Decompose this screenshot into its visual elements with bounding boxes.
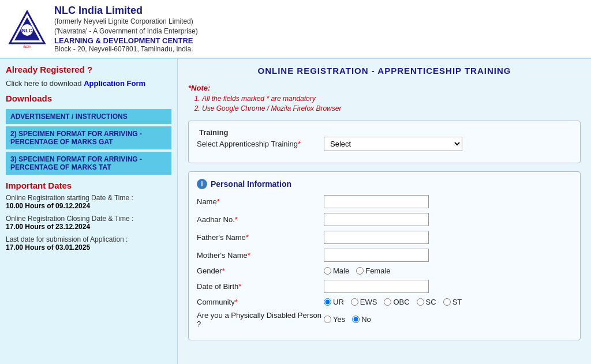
org-address: Block - 20, Neyveli-607801, Tamilnadu, I… xyxy=(54,45,198,53)
gender-male-radio[interactable] xyxy=(324,267,331,275)
date-close-value: 17.00 Hours of 23.12.2024 xyxy=(6,223,90,231)
disabled-radio-group: Yes No xyxy=(324,315,371,324)
disabled-row: Are you a Physically Disabled Person ? Y… xyxy=(197,311,572,328)
gender-male-option[interactable]: Male xyxy=(324,267,349,275)
already-registered-link[interactable]: Already Registered ? xyxy=(6,65,171,74)
mother-name-label: Mother's Name* xyxy=(197,251,324,260)
note-label: *Note: xyxy=(188,84,581,92)
community-sc-option[interactable]: SC xyxy=(417,298,436,306)
personal-info-section: i Personal Information Name* Aadhar No.*… xyxy=(188,171,581,340)
content-area: ONLINE REGISTRATION - APPRENTICESHIP TRA… xyxy=(178,59,591,364)
date-item-start: Online Registration starting Date & Time… xyxy=(6,194,171,210)
father-name-label: Father's Name* xyxy=(197,233,324,242)
gender-row: Gender* Male Female xyxy=(197,267,572,275)
aadhar-input[interactable] xyxy=(324,213,429,226)
community-ews-option[interactable]: EWS xyxy=(351,298,377,306)
aadhar-row: Aadhar No.* xyxy=(197,213,572,226)
name-label: Name* xyxy=(197,197,324,206)
dob-row: Date of Birth* xyxy=(197,280,572,293)
community-sc-label: SC xyxy=(426,298,436,306)
svg-text:NLC: NLC xyxy=(22,28,33,33)
notes-list: All the fields marked * are mandatory Us… xyxy=(202,95,581,112)
header: NLC INDIA NLC India Limited (formerly Ne… xyxy=(0,0,591,59)
org-name: NLC India Limited xyxy=(54,5,198,17)
download-text: Click here to download xyxy=(6,79,82,88)
community-ur-option[interactable]: UR xyxy=(324,298,344,306)
sidebar-item-tat[interactable]: 3) SPECIMEN FORMAT FOR ARRIVING - PERCEN… xyxy=(6,152,171,175)
date-close-desc: Online Registration Closing Date & Time … xyxy=(6,215,133,223)
disabled-no-label: No xyxy=(361,315,371,324)
gender-female-radio[interactable] xyxy=(356,267,364,275)
disabled-yes-radio[interactable] xyxy=(324,316,331,323)
application-form-link[interactable]: Application Form xyxy=(84,79,145,88)
community-st-radio[interactable] xyxy=(443,298,451,306)
note-item-1: All the fields marked * are mandatory xyxy=(202,95,581,103)
disabled-no-option[interactable]: No xyxy=(352,315,371,324)
training-legend: Training xyxy=(197,128,572,137)
disabled-no-radio[interactable] xyxy=(352,316,360,323)
personal-info-header: i Personal Information xyxy=(197,179,572,189)
org-ldc: LEARNING & DEVELOPMENT CENTRE xyxy=(54,36,198,45)
community-st-label: ST xyxy=(452,298,462,306)
downloads-heading[interactable]: Downloads xyxy=(6,93,171,103)
note-item-2: Use Google Chrome / Mozila Firefox Brows… xyxy=(202,104,581,112)
personal-info-title: Personal Information xyxy=(211,179,291,189)
date-last-desc: Last date for submission of Application … xyxy=(6,235,128,243)
mother-name-row: Mother's Name* xyxy=(197,249,572,262)
date-start-value: 10.00 Hours of 09.12.2024 xyxy=(6,202,90,210)
sidebar-item-gat[interactable]: 2) SPECIMEN FORMAT FOR ARRIVING - PERCEN… xyxy=(6,126,171,149)
community-row: Community* UR EWS OBC xyxy=(197,298,572,306)
date-item-close: Online Registration Closing Date & Time … xyxy=(6,215,171,231)
gender-female-option[interactable]: Female xyxy=(356,267,390,275)
community-ews-radio[interactable] xyxy=(351,298,358,306)
community-label: Community* xyxy=(197,298,324,306)
dob-label: Date of Birth* xyxy=(197,282,324,291)
important-dates-heading: Important Dates xyxy=(6,181,171,190)
name-row: Name* xyxy=(197,195,572,208)
disabled-yes-label: Yes xyxy=(333,315,345,324)
training-select[interactable]: Select xyxy=(324,137,462,151)
svg-text:INDIA: INDIA xyxy=(23,45,31,48)
community-sc-radio[interactable] xyxy=(417,298,424,306)
father-name-row: Father's Name* xyxy=(197,231,572,244)
disabled-yes-option[interactable]: Yes xyxy=(324,315,345,324)
disabled-label: Are you a Physically Disabled Person ? xyxy=(197,311,324,328)
community-radio-group: UR EWS OBC SC xyxy=(324,298,462,306)
sidebar: Already Registered ? Click here to downl… xyxy=(0,59,178,364)
date-item-last: Last date for submission of Application … xyxy=(6,235,171,252)
father-name-input[interactable] xyxy=(324,231,429,244)
training-section: Training Select Apprenticeship Training*… xyxy=(188,121,581,163)
gender-female-label: Female xyxy=(365,267,390,275)
training-row: Select Apprenticeship Training* Select xyxy=(197,137,572,151)
community-obc-label: OBC xyxy=(393,298,409,306)
date-start-desc: Online Registration starting Date & Time… xyxy=(6,194,133,202)
name-input[interactable] xyxy=(324,195,429,208)
page-title: ONLINE REGISTRATION - APPRENTICESHIP TRA… xyxy=(188,66,581,76)
community-obc-option[interactable]: OBC xyxy=(384,298,409,306)
community-st-option[interactable]: ST xyxy=(443,298,462,306)
dob-input[interactable] xyxy=(324,280,429,293)
gender-radio-group: Male Female xyxy=(324,267,391,275)
community-ur-radio[interactable] xyxy=(324,298,331,306)
main-container: Already Registered ? Click here to downl… xyxy=(0,59,591,364)
community-ews-label: EWS xyxy=(360,298,377,306)
note-box: *Note: All the fields marked * are manda… xyxy=(188,84,581,112)
gender-male-label: Male xyxy=(333,267,349,275)
training-required-star: * xyxy=(298,140,301,148)
info-icon: i xyxy=(197,179,207,189)
community-obc-radio[interactable] xyxy=(384,298,391,306)
gender-label: Gender* xyxy=(197,267,324,275)
header-text: NLC India Limited (formerly Neyveli Lign… xyxy=(54,5,198,53)
community-ur-label: UR xyxy=(333,298,344,306)
org-logo: NLC INDIA xyxy=(7,9,47,49)
training-label: Select Apprenticeship Training* xyxy=(197,140,324,148)
aadhar-label: Aadhar No.* xyxy=(197,215,324,224)
mother-name-input[interactable] xyxy=(324,249,429,262)
org-formerly: (formerly Neyveli Lignite Corporation Li… xyxy=(54,17,198,27)
download-link-row: Click here to download Application Form xyxy=(6,79,171,88)
org-navratna: ('Navratna' - A Government of India Ente… xyxy=(54,27,198,36)
date-last-value: 17.00 Hours of 03.01.2025 xyxy=(6,243,90,252)
sidebar-item-advertisement[interactable]: ADVERTISEMENT / INSTRUCTIONS xyxy=(6,109,171,124)
